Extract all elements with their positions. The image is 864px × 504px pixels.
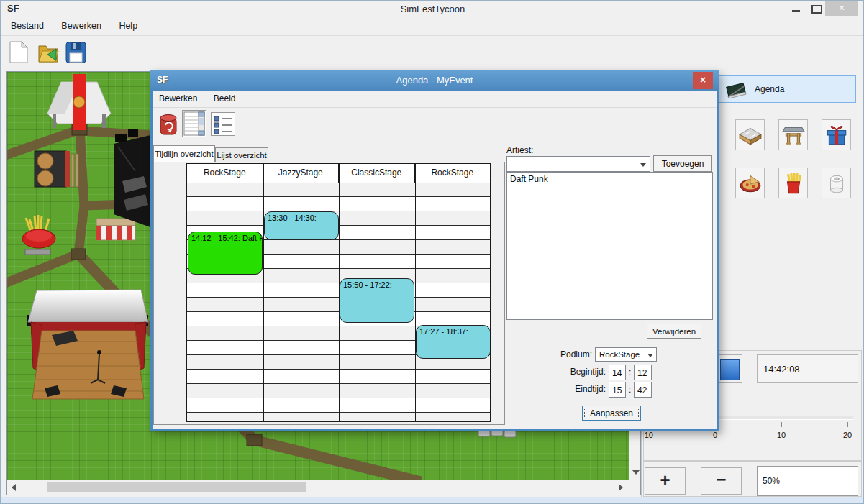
item-button-torii-gate[interactable]: [778, 119, 808, 150]
menu-bewerken[interactable]: Bewerken: [54, 18, 109, 33]
column-header: RockStage: [415, 164, 491, 183]
slider-label: 10: [777, 431, 786, 439]
burger-stand: [35, 151, 78, 187]
start-time-label: Begintijd:: [553, 367, 606, 377]
item-button-pizza[interactable]: [735, 168, 765, 198]
delete-event-button[interactable]: [159, 112, 178, 137]
zoom-out-button[interactable]: −: [701, 467, 742, 495]
apply-button[interactable]: Aanpassen: [582, 406, 641, 421]
maximize-button[interactable]: [806, 2, 827, 15]
tent: [47, 74, 111, 130]
play-icon: [720, 359, 740, 380]
tab-lijst-overzicht[interactable]: Lijst overzicht: [215, 147, 268, 162]
item-button-gift[interactable]: [822, 119, 851, 150]
podium-value: RockStage: [599, 350, 640, 359]
artist-list-item[interactable]: Daft Punk: [507, 173, 712, 185]
main-toolbar: [1, 36, 864, 70]
window-title: SimFestTycoon: [1, 4, 864, 14]
open-file-button[interactable]: [37, 40, 61, 66]
start-minute-input[interactable]: 12: [634, 365, 652, 380]
dialog-menubar: Bewerken Beeld: [153, 91, 717, 108]
gift-icon: [824, 123, 849, 147]
podium-dropdown[interactable]: RockStage: [595, 347, 657, 362]
timeline-view-button[interactable]: [182, 110, 206, 137]
open-file-icon: [37, 40, 60, 65]
main-stage: [27, 290, 148, 399]
chevron-down-icon: [640, 163, 646, 167]
remove-artist-button[interactable]: Verwijderen: [647, 324, 701, 339]
agenda-button[interactable]: Agenda: [718, 75, 856, 103]
hscroll-thumb[interactable]: [47, 482, 306, 492]
schedule-event[interactable]: 14:12 - 15:42: Daft Punk: [188, 232, 263, 275]
slider-label: 0: [713, 431, 717, 439]
start-colon: :: [629, 367, 631, 377]
list-view-icon: [212, 114, 234, 134]
main-menubar: Bestand Bewerken Help: [1, 18, 864, 36]
minimize-button[interactable]: [786, 4, 806, 15]
status-strip: [1, 497, 864, 504]
trash-icon: [159, 112, 178, 137]
column-header: RockStage: [187, 164, 263, 183]
column-line: [415, 164, 416, 421]
item-button-fries[interactable]: [778, 168, 808, 198]
end-colon: :: [629, 385, 631, 395]
end-minute-value: 42: [637, 385, 647, 395]
play-button[interactable]: [715, 354, 742, 383]
column-header: ClassicStage: [339, 164, 415, 183]
item-button-toilet-paper[interactable]: [822, 168, 851, 198]
add-artist-button[interactable]: Toevoegen: [653, 155, 712, 172]
toilet-paper-icon: [824, 171, 849, 196]
artist-combobox[interactable]: [506, 156, 650, 172]
scrollbar-corner: [629, 480, 640, 495]
end-hour-input[interactable]: 15: [609, 382, 626, 398]
slider-label: 20: [843, 431, 852, 439]
schedule-event[interactable]: 13:30 - 14:30:: [264, 211, 339, 240]
zoom-value: 50%: [763, 476, 780, 486]
dialog-menu-beeld[interactable]: Beeld: [207, 91, 242, 106]
fries-stand: [22, 215, 55, 255]
scroll-right-icon[interactable]: [619, 484, 623, 491]
app-window: SF SimFestTycoon × Bestand Bewerken Help: [0, 0, 864, 504]
artist-list[interactable]: Daft Punk: [506, 172, 713, 320]
slider-label: -10: [642, 431, 653, 439]
agenda-book-icon: [724, 80, 749, 100]
tab-tijdlijn-overzicht[interactable]: Tijdlijn overzicht: [153, 145, 215, 162]
timeline-view-icon: [183, 111, 205, 136]
end-minute-input[interactable]: 42: [634, 382, 652, 398]
dialog-titlebar[interactable]: SF Agenda - MyEvent: [150, 70, 719, 91]
menu-help[interactable]: Help: [112, 18, 145, 33]
slider-tick: [781, 422, 782, 427]
clock-display: 14:42:08: [757, 354, 858, 383]
schedule-grid[interactable]: RockStageJazzyStageClassicStageRockStage…: [186, 163, 491, 422]
dialog-close-button[interactable]: ×: [693, 72, 713, 89]
item-button-stage-tile[interactable]: [735, 119, 765, 150]
chevron-down-icon: [647, 354, 653, 357]
save-file-button[interactable]: [64, 40, 88, 66]
stage-tile-icon: [738, 123, 763, 147]
dialog-title: Agenda - MyEvent: [150, 75, 719, 86]
end-hour-value: 15: [612, 385, 622, 395]
podium-label: Podium:: [539, 349, 592, 359]
new-file-button[interactable]: [8, 40, 32, 66]
save-file-icon: [64, 40, 87, 65]
agenda-button-label: Agenda: [755, 84, 784, 94]
map-hscrollbar[interactable]: [7, 480, 629, 495]
schedule-event[interactable]: 17:27 - 18:37:: [416, 325, 491, 359]
artist-label: Artiest:: [506, 145, 533, 155]
end-time-label: Eindtijd:: [553, 384, 606, 394]
torii-gate-icon: [781, 123, 806, 147]
schedule-event[interactable]: 15:50 - 17:22:: [340, 278, 414, 322]
scroll-down-icon[interactable]: [632, 470, 640, 475]
close-button[interactable]: ×: [825, 1, 858, 16]
column-header: JazzyStage: [263, 164, 340, 183]
list-view-button[interactable]: [211, 112, 235, 136]
fries-icon: [781, 171, 806, 196]
maximize-icon: [811, 5, 822, 14]
minimize-icon: [792, 10, 800, 12]
start-minute-value: 12: [637, 368, 647, 378]
menu-bestand[interactable]: Bestand: [4, 18, 51, 33]
dialog-menu-bewerken[interactable]: Bewerken: [153, 91, 204, 106]
start-hour-input[interactable]: 14: [609, 365, 626, 380]
scroll-left-icon[interactable]: [12, 484, 16, 491]
zoom-in-button[interactable]: +: [645, 467, 686, 495]
